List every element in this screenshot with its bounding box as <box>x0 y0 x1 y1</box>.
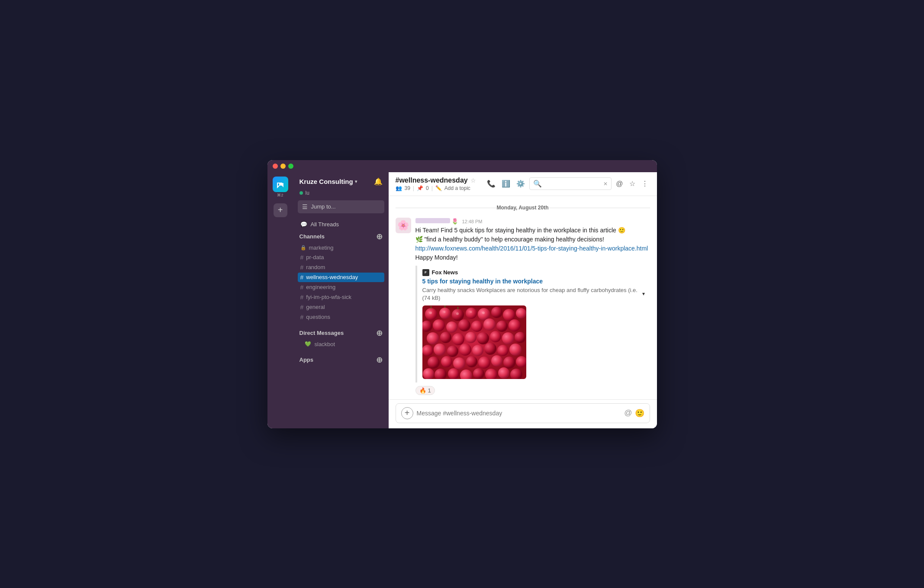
svg-point-25 <box>422 345 433 356</box>
channel-name-label: pr-data <box>306 254 324 260</box>
jump-to-button[interactable]: ☰ Jump to... <box>298 200 384 213</box>
message-area: Monday, August 20th 🌸 🌷 12:48 PM Hi T <box>389 196 657 399</box>
svg-point-16 <box>509 319 521 331</box>
traffic-lights <box>273 164 293 169</box>
message-link[interactable]: http://www.foxnews.com/health/2016/11/01… <box>415 245 648 252</box>
svg-point-3 <box>452 309 464 321</box>
edit-icon: ✏️ <box>435 185 442 191</box>
hash-icon: # <box>300 314 304 321</box>
add-topic-button[interactable]: Add a topic <box>444 185 470 191</box>
svg-point-52 <box>470 311 472 313</box>
message-meta: 🌷 12:48 PM <box>415 218 650 225</box>
svg-point-35 <box>453 357 465 370</box>
channel-item-wellness-wednesday[interactable]: #wellness-wednesday <box>298 273 384 282</box>
channel-item-fyi-im-pto-wfa-sick[interactable]: #fyi-im-pto-wfa-sick <box>298 292 384 302</box>
workspace-icon[interactable] <box>273 177 288 192</box>
message-text: Hi Team! Find 5 quick tips for staying h… <box>415 226 650 262</box>
channel-item-marketing[interactable]: 🔒marketing <box>298 243 384 252</box>
svg-point-4 <box>466 308 477 319</box>
dm-item-slackbot[interactable]: 💚slackbot <box>302 340 380 349</box>
channels-section: Channels ⊕ 🔒marketing#pr-data#random#wel… <box>293 231 389 322</box>
svg-point-2 <box>439 308 451 319</box>
svg-point-14 <box>483 318 496 331</box>
channel-name-label: marketing <box>309 244 334 251</box>
message-body: 🌷 12:48 PM Hi Team! Find 5 quick tips fo… <box>415 218 650 395</box>
search-close-icon[interactable]: ✕ <box>603 181 608 187</box>
message-input[interactable] <box>417 410 621 417</box>
svg-point-31 <box>497 345 509 356</box>
preview-title[interactable]: 5 tips for staying healthy in the workpl… <box>422 278 645 285</box>
add-workspace-button[interactable]: + <box>274 203 287 217</box>
mention-button[interactable]: @ <box>624 408 632 418</box>
expand-preview-button[interactable]: ▾ <box>642 290 645 298</box>
maximize-button[interactable] <box>288 164 293 169</box>
channel-item-questions[interactable]: #questions <box>298 312 384 322</box>
svg-point-27 <box>447 346 458 357</box>
message-input-area: + @ 🙂 <box>389 399 657 428</box>
more-button[interactable]: ⋮ <box>640 178 650 190</box>
emoji-button[interactable]: 🙂 <box>635 408 644 418</box>
add-channel-button[interactable]: ⊕ <box>376 233 383 241</box>
svg-point-32 <box>509 344 522 356</box>
svg-point-15 <box>496 321 508 332</box>
star-channel-button[interactable]: ☆ <box>470 177 476 184</box>
svg-point-11 <box>446 321 457 333</box>
main-layout: ⌘2 + Kruze Consulting ▾ 🔔 lu ☰ Jump to..… <box>267 172 657 428</box>
sidebar: Kruze Consulting ▾ 🔔 lu ☰ Jump to... 💬 A… <box>293 172 389 428</box>
channel-item-general[interactable]: #general <box>298 302 384 312</box>
svg-point-47 <box>498 367 509 379</box>
channel-title-area: #wellness-wednesday ☆ 👥 39 | 📌 0 | ✏️ Ad… <box>396 177 481 191</box>
workspace-chevron-icon: ▾ <box>355 179 357 184</box>
channel-name-label: engineering <box>306 284 335 290</box>
all-threads-item[interactable]: 💬 All Threads <box>298 219 384 229</box>
fox-news-icon: F <box>422 269 429 276</box>
dm-section-header: Direct Messages ⊕ <box>298 328 384 339</box>
input-actions: @ 🙂 <box>624 408 644 418</box>
close-button[interactable] <box>273 164 278 169</box>
svg-point-38 <box>491 355 502 366</box>
svg-point-37 <box>478 357 490 369</box>
main-content: #wellness-wednesday ☆ 👥 39 | 📌 0 | ✏️ Ad… <box>389 172 657 428</box>
svg-point-17 <box>427 332 439 344</box>
channel-name-label: fyi-im-pto-wfa-sick <box>306 294 351 300</box>
add-dm-button[interactable]: ⊕ <box>376 329 383 337</box>
channel-item-pr-data[interactable]: #pr-data <box>298 253 384 262</box>
info-button[interactable]: ℹ️ <box>500 178 512 190</box>
workspace-name[interactable]: Kruze Consulting ▾ <box>299 178 357 185</box>
channel-item-engineering[interactable]: #engineering <box>298 283 384 292</box>
threads-icon: 💬 <box>300 221 307 228</box>
svg-point-1 <box>425 308 437 320</box>
svg-point-5 <box>478 308 490 320</box>
search-box[interactable]: 🔍 ✕ <box>529 177 612 190</box>
search-input[interactable] <box>544 180 601 187</box>
svg-point-12 <box>458 319 470 331</box>
header-meta: 👥 39 | 📌 0 | ✏️ Add a topic <box>396 185 476 191</box>
status-dot <box>299 191 303 195</box>
apps-section-header: Apps ⊕ <box>298 354 384 366</box>
minimize-button[interactable] <box>280 164 286 169</box>
members-icon: 👥 <box>396 185 402 191</box>
at-mention-button[interactable]: @ <box>614 178 625 190</box>
header-actions: 📞 ℹ️ ⚙️ 🔍 ✕ @ ☆ ⋮ <box>485 177 650 190</box>
phone-button[interactable]: 📞 <box>485 178 497 190</box>
star-button[interactable]: ☆ <box>628 178 637 190</box>
svg-point-53 <box>482 312 485 314</box>
svg-point-34 <box>441 356 452 367</box>
dm-name-label: slackbot <box>315 341 335 347</box>
dm-section: Direct Messages ⊕ 💚slackbot <box>293 328 389 349</box>
bell-icon[interactable]: 🔔 <box>374 177 383 186</box>
attach-button[interactable]: + <box>401 407 413 419</box>
add-app-button[interactable]: ⊕ <box>376 356 383 364</box>
reaction-button[interactable]: 🔥 1 <box>415 386 435 395</box>
channel-name-label: random <box>306 264 325 270</box>
hash-icon: # <box>300 294 304 301</box>
svg-point-33 <box>428 357 440 369</box>
svg-point-20 <box>465 332 476 343</box>
channel-item-random[interactable]: #random <box>298 263 384 272</box>
link-preview: F Fox News 5 tips for staying healthy in… <box>415 266 650 382</box>
pin-icon: 📌 <box>417 185 423 191</box>
channels-section-header: Channels ⊕ <box>298 231 384 242</box>
settings-button[interactable]: ⚙️ <box>515 178 527 190</box>
workspace-shortcut: ⌘2 <box>277 193 283 197</box>
title-bar <box>267 160 657 172</box>
